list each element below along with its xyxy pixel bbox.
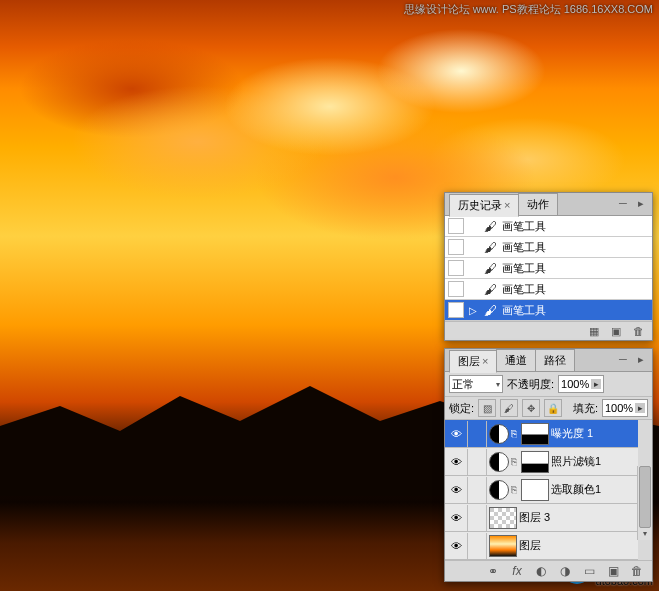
history-snapshot-checkbox[interactable] — [448, 239, 464, 255]
layer-thumb[interactable] — [489, 535, 517, 557]
trash-icon[interactable]: 🗑 — [628, 563, 646, 579]
layer-name[interactable]: 图层 3 — [519, 510, 550, 525]
lock-all-icon[interactable]: 🔒 — [544, 399, 562, 417]
panel-menu-icon[interactable]: ▸ — [634, 352, 648, 366]
layers-scrollbar[interactable]: ▴ ▾ — [637, 466, 652, 540]
scrollbar-thumb[interactable] — [639, 466, 651, 528]
minimize-icon[interactable]: ─ — [616, 352, 630, 366]
layers-footer: ⚭ fx ◐ ◑ ▭ ▣ 🗑 — [445, 560, 652, 581]
link-cell[interactable] — [468, 449, 487, 475]
visibility-toggle[interactable]: 👁 — [445, 477, 468, 503]
lock-transparent-icon[interactable]: ▨ — [478, 399, 496, 417]
trash-icon[interactable]: 🗑 — [630, 323, 646, 339]
layers-list: 👁 ⎘ 曝光度 1 👁 ⎘ 照片滤镜1 👁 ⎘ 选取颜色1 👁 — [445, 420, 652, 560]
eye-icon: 👁 — [451, 540, 462, 552]
new-layer-icon[interactable]: ▣ — [604, 563, 622, 579]
history-label: 画笔工具 — [502, 261, 546, 276]
visibility-toggle[interactable]: 👁 — [445, 449, 468, 475]
layer-mask-thumb[interactable] — [521, 451, 549, 473]
history-row[interactable]: 🖌画笔工具 — [445, 216, 652, 237]
link-cell[interactable] — [468, 533, 487, 559]
eye-icon: 👁 — [451, 484, 462, 496]
blend-mode-select[interactable]: 正常▾ — [449, 375, 503, 393]
lock-label: 锁定: — [449, 401, 474, 416]
layer-name[interactable]: 照片滤镜1 — [551, 454, 601, 469]
link-cell[interactable] — [468, 421, 487, 447]
history-label: 画笔工具 — [502, 303, 546, 318]
history-list: 🖌画笔工具 🖌画笔工具 🖌画笔工具 🖌画笔工具 ▷🖌画笔工具 — [445, 216, 652, 321]
brush-icon: 🖌 — [482, 260, 498, 276]
fill-input[interactable]: 100%▸ — [602, 399, 648, 417]
history-label: 画笔工具 — [502, 282, 546, 297]
adjustment-icon — [489, 424, 509, 444]
layer-name[interactable]: 图层 — [519, 538, 541, 553]
history-row[interactable]: 🖌画笔工具 — [445, 279, 652, 300]
layers-tabs: 图层× 通道 路径 ─ ▸ — [445, 349, 652, 372]
visibility-toggle[interactable]: 👁 — [445, 533, 468, 559]
brush-icon: 🖌 — [482, 218, 498, 234]
add-mask-icon[interactable]: ◐ — [532, 563, 550, 579]
history-footer: ▦ ▣ 🗑 — [445, 321, 652, 340]
history-row[interactable]: ▷🖌画笔工具 — [445, 300, 652, 321]
tab-layers[interactable]: 图层× — [449, 350, 497, 373]
layer-row[interactable]: 👁 ⎘ 照片滤镜1 — [445, 448, 638, 476]
history-label: 画笔工具 — [502, 219, 546, 234]
layer-row[interactable]: 👁 ⎘ 曝光度 1 — [445, 420, 638, 448]
layer-link-icon[interactable]: ⚭ — [484, 563, 502, 579]
history-snapshot-checkbox[interactable] — [448, 281, 464, 297]
eye-icon: 👁 — [451, 456, 462, 468]
history-snapshot-checkbox[interactable] — [448, 260, 464, 276]
history-tabs: 历史记录× 动作 ─ ▸ — [445, 193, 652, 216]
layer-row[interactable]: 👁 图层 — [445, 532, 638, 560]
tab-paths[interactable]: 路径 — [535, 349, 575, 371]
tab-history[interactable]: 历史记录× — [449, 194, 519, 217]
layer-mask-thumb[interactable] — [521, 423, 549, 445]
tab-actions[interactable]: 动作 — [518, 193, 558, 215]
layer-mask-thumb[interactable] — [521, 479, 549, 501]
scroll-down-icon[interactable]: ▾ — [638, 526, 652, 540]
lock-paint-icon[interactable]: 🖌 — [500, 399, 518, 417]
eye-icon: 👁 — [451, 428, 462, 440]
opacity-label: 不透明度: — [507, 377, 554, 392]
brush-icon: 🖌 — [482, 239, 498, 255]
history-label: 画笔工具 — [502, 240, 546, 255]
new-snapshot-icon[interactable]: ▣ — [608, 323, 624, 339]
new-adjustment-icon[interactable]: ◑ — [556, 563, 574, 579]
lock-move-icon[interactable]: ✥ — [522, 399, 540, 417]
layer-row[interactable]: 👁 图层 3 — [445, 504, 638, 532]
layers-lock-row: 锁定: ▨ 🖌 ✥ 🔒 填充: 100%▸ — [445, 397, 652, 420]
link-cell[interactable] — [468, 477, 487, 503]
history-snapshot-checkbox[interactable] — [448, 302, 464, 318]
watermark-top: 思缘设计论坛 www. PS教程论坛 1686.16XX8.COM — [404, 2, 653, 17]
eye-icon: 👁 — [451, 512, 462, 524]
history-row[interactable]: 🖌画笔工具 — [445, 258, 652, 279]
layer-name[interactable]: 曝光度 1 — [551, 426, 593, 441]
layer-fx-icon[interactable]: fx — [508, 563, 526, 579]
tab-channels[interactable]: 通道 — [496, 349, 536, 371]
link-cell[interactable] — [468, 505, 487, 531]
panel-menu-icon[interactable]: ▸ — [634, 196, 648, 210]
layers-panel: 图层× 通道 路径 ─ ▸ 正常▾ 不透明度: 100%▸ 锁定: ▨ 🖌 ✥ … — [444, 348, 653, 582]
history-current-icon: ▷ — [468, 305, 478, 316]
history-row[interactable]: 🖌画笔工具 — [445, 237, 652, 258]
minimize-icon[interactable]: ─ — [616, 196, 630, 210]
layer-thumb[interactable] — [489, 507, 517, 529]
opacity-input[interactable]: 100%▸ — [558, 375, 604, 393]
new-group-icon[interactable]: ▭ — [580, 563, 598, 579]
adjustment-icon — [489, 452, 509, 472]
new-doc-from-state-icon[interactable]: ▦ — [586, 323, 602, 339]
close-icon[interactable]: × — [504, 199, 510, 211]
mask-link-icon: ⎘ — [511, 456, 519, 467]
visibility-toggle[interactable]: 👁 — [445, 505, 468, 531]
history-snapshot-checkbox[interactable] — [448, 218, 464, 234]
layer-name[interactable]: 选取颜色1 — [551, 482, 601, 497]
close-icon[interactable]: × — [482, 355, 488, 367]
layer-row[interactable]: 👁 ⎘ 选取颜色1 — [445, 476, 638, 504]
layers-options-row: 正常▾ 不透明度: 100%▸ — [445, 372, 652, 397]
mask-link-icon: ⎘ — [511, 428, 519, 439]
chevron-right-icon: ▸ — [591, 379, 601, 389]
visibility-toggle[interactable]: 👁 — [445, 421, 468, 447]
brush-icon: 🖌 — [482, 302, 498, 318]
mask-link-icon: ⎘ — [511, 484, 519, 495]
chevron-down-icon: ▾ — [496, 380, 500, 389]
